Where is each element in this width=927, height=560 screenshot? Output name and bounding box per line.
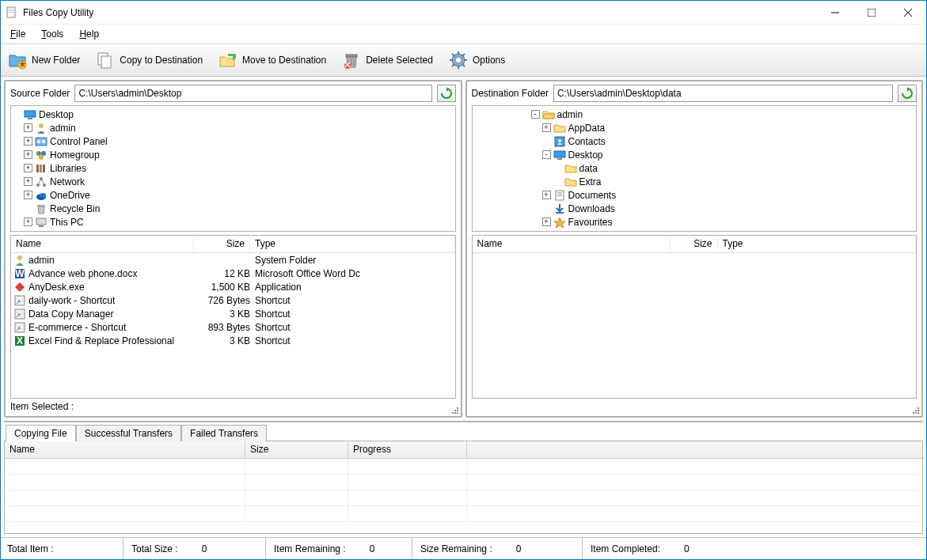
move-button[interactable]: Move to Destination: [215, 47, 335, 74]
copy-button[interactable]: Copy to Destination: [92, 47, 211, 74]
tree-item[interactable]: data: [474, 161, 915, 175]
file-size: 1,500 KB: [193, 282, 250, 293]
file-row[interactable]: XExcel Find & Replace Professional3 KBSh…: [11, 334, 455, 347]
svg-rect-71: [915, 410, 917, 411]
expander[interactable]: +: [24, 137, 32, 146]
file-name: E-commerce - Shortcut: [28, 322, 126, 333]
expander[interactable]: -: [531, 110, 540, 119]
options-button[interactable]: Options: [445, 47, 514, 74]
destination-refresh-button[interactable]: [898, 85, 917, 102]
tree-item[interactable]: +Network: [13, 175, 454, 188]
svg-text:X: X: [17, 335, 23, 346]
tree-item[interactable]: +Libraries: [13, 161, 454, 175]
tree-item[interactable]: +admin: [13, 121, 454, 134]
source-filelist[interactable]: Name Size Type adminSystem FolderWAdvanc…: [10, 235, 456, 399]
file-row[interactable]: Data Copy Manager3 KBShortcut: [11, 307, 455, 320]
tree-item[interactable]: Recycle Bin: [13, 202, 454, 215]
source-tree[interactable]: Desktop+admin+Control Panel+Homegroup+Li…: [10, 105, 456, 232]
minimize-button[interactable]: [817, 1, 853, 25]
file-type: System Folder: [250, 255, 455, 266]
expander[interactable]: +: [24, 191, 32, 199]
tab-copying[interactable]: Copying File: [6, 425, 76, 441]
col-type[interactable]: Type: [250, 236, 455, 252]
tab-failed[interactable]: Failed Transfers: [181, 425, 267, 441]
onedrive-icon: [35, 189, 47, 202]
expander[interactable]: +: [24, 164, 32, 172]
menu-tools[interactable]: Tools: [38, 27, 66, 41]
tree-item[interactable]: +Control Panel: [13, 134, 454, 148]
col-type[interactable]: Type: [718, 236, 917, 252]
shortcut-icon: [13, 294, 26, 307]
desktop-icon: [24, 108, 36, 121]
source-refresh-button[interactable]: [437, 85, 456, 102]
tree-label: AppData: [568, 123, 606, 134]
titlebar: Files Copy Utility: [1, 1, 926, 25]
destination-filelist[interactable]: Name Size Type: [472, 235, 918, 399]
destination-path-input[interactable]: [553, 85, 893, 102]
file-row[interactable]: E-commerce - Shortcut893 BytesShortcut: [11, 320, 455, 334]
destination-tree[interactable]: -admin+AppDataContacts-DesktopdataExtra+…: [472, 105, 918, 232]
tree-item[interactable]: -admin: [474, 108, 915, 121]
expander[interactable]: +: [24, 123, 32, 132]
svg-rect-45: [37, 205, 45, 206]
tree-item[interactable]: +OneDrive: [13, 188, 454, 202]
menu-file[interactable]: File: [7, 27, 28, 41]
file-row[interactable]: AnyDesk.exe1,500 KBApplication: [11, 280, 455, 293]
tree-item[interactable]: +This PC: [13, 215, 454, 229]
destination-columns[interactable]: Name Size Type: [473, 236, 917, 253]
progress-columns[interactable]: Name Size Progress: [5, 441, 922, 459]
svg-rect-29: [28, 118, 32, 119]
file-row[interactable]: daily-work - Shortcut726 BytesShortcut: [11, 293, 455, 307]
col-size[interactable]: Size: [245, 441, 348, 458]
expander[interactable]: +: [24, 150, 32, 159]
tree-item[interactable]: Extra: [13, 229, 454, 232]
tree-item[interactable]: -Desktop: [474, 148, 915, 161]
tree-item[interactable]: Downloads: [474, 202, 915, 215]
expander[interactable]: +: [24, 177, 32, 186]
source-columns[interactable]: Name Size Type: [11, 236, 455, 253]
tree-item[interactable]: +Homegroup: [13, 148, 454, 161]
tab-successful[interactable]: Successful Transfers: [76, 425, 181, 441]
resize-grip[interactable]: [451, 407, 459, 414]
col-name[interactable]: Name: [5, 441, 245, 458]
col-progress[interactable]: Progress: [348, 441, 467, 458]
file-row[interactable]: adminSystem Folder: [11, 253, 455, 267]
close-button[interactable]: [890, 1, 926, 25]
svg-rect-75: [918, 412, 919, 414]
file-type: Shortcut: [250, 308, 455, 320]
transfer-tabs: Copying File Successful Transfers Failed…: [4, 422, 923, 441]
tree-label: Extra: [579, 176, 602, 187]
tree-item[interactable]: +Favourites: [474, 215, 915, 229]
tree-item[interactable]: Contacts: [474, 134, 915, 148]
col-size[interactable]: Size: [671, 236, 718, 252]
tree-item[interactable]: +AppData: [474, 121, 915, 134]
menu-help[interactable]: Help: [76, 27, 102, 41]
shortcut-icon: [13, 308, 26, 320]
svg-point-34: [36, 151, 41, 156]
progress-grid[interactable]: Name Size Progress: [4, 441, 923, 534]
libraries-icon: [35, 162, 47, 175]
file-name: daily-work - Shortcut: [28, 295, 115, 306]
tree-item[interactable]: Desktop: [13, 108, 454, 121]
col-size[interactable]: Size: [193, 236, 250, 252]
expander[interactable]: +: [542, 191, 551, 199]
tree-item[interactable]: +Documents: [474, 188, 915, 202]
svg-text:W: W: [15, 268, 25, 279]
col-name[interactable]: Name: [11, 236, 193, 252]
maximize-button[interactable]: [853, 1, 890, 25]
expander[interactable]: +: [24, 218, 32, 226]
tree-item[interactable]: Extra: [474, 175, 915, 188]
delete-button[interactable]: ✕ Delete Selected: [338, 47, 442, 74]
expander[interactable]: -: [542, 150, 551, 159]
file-row[interactable]: WAdvance web phone.docx12 KBMicrosoft Of…: [11, 267, 455, 280]
progress-row: [5, 506, 922, 522]
tree-item[interactable]: Links: [474, 229, 915, 232]
new-folder-button[interactable]: ★ New Folder: [4, 47, 89, 74]
expander[interactable]: +: [542, 123, 551, 132]
resize-grip[interactable]: [912, 407, 920, 414]
homegroup-icon: [35, 149, 47, 161]
file-name: Data Copy Manager: [28, 308, 113, 320]
col-name[interactable]: Name: [473, 236, 671, 252]
expander[interactable]: +: [542, 218, 551, 226]
source-path-input[interactable]: [74, 85, 431, 102]
